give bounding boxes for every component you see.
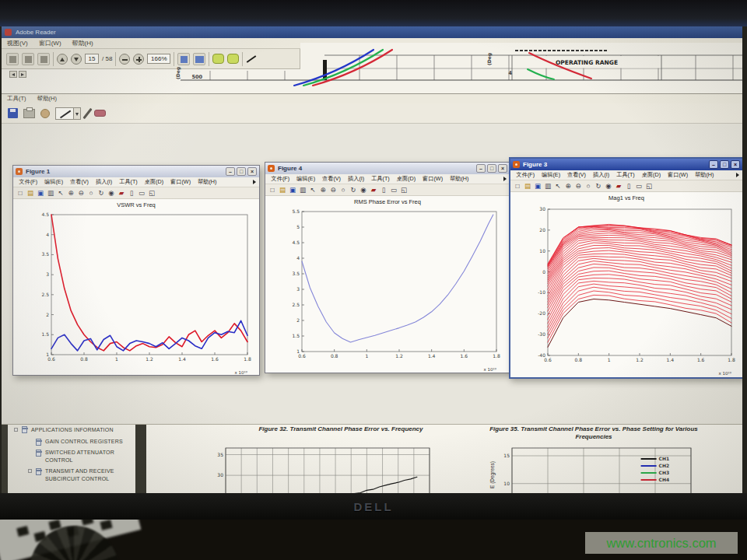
open-file-icon[interactable]: ▤	[279, 186, 286, 194]
brush-icon[interactable]: ▰	[615, 182, 622, 191]
cursor-icon[interactable]: ↖	[309, 186, 317, 194]
bookmark-item[interactable]: APPLICATIONS INFORMATION	[31, 426, 131, 434]
pan-icon[interactable]: ○	[339, 186, 347, 194]
figure-menu-item[interactable]: 桌面(D)	[638, 171, 664, 179]
print-preview-icon[interactable]	[23, 109, 35, 118]
data-cursor-icon[interactable]: ◉	[107, 189, 115, 198]
colorbar-icon[interactable]: ▯	[128, 189, 135, 198]
figure-menu-item[interactable]: 窗口(W)	[665, 171, 692, 179]
zoom-in-icon[interactable]	[133, 54, 144, 65]
data-cursor-icon[interactable]: ◉	[359, 186, 367, 194]
dock-icon[interactable]: ◱	[148, 189, 156, 198]
save-icon[interactable]	[8, 108, 18, 118]
legend-icon[interactable]: ▭	[390, 186, 398, 194]
fit-width-icon[interactable]	[193, 53, 205, 65]
page-up-icon[interactable]	[57, 54, 68, 65]
chevron-right-icon[interactable]	[736, 173, 739, 177]
colorbar-icon[interactable]: ▯	[625, 182, 633, 191]
save-icon[interactable]: ▣	[289, 186, 296, 194]
chevron-right-icon[interactable]	[253, 180, 256, 184]
figure1-window[interactable]: Figure 1 – □ × 文件(F)编辑(E)查看(V)插入(I)工具(T)…	[12, 165, 260, 376]
zoom-out-icon[interactable]: ⊖	[77, 189, 85, 198]
email-icon[interactable]	[37, 53, 50, 65]
sign-icon[interactable]	[247, 55, 257, 63]
zoom-in-icon[interactable]: ⊕	[67, 189, 75, 198]
expander-icon[interactable]	[28, 469, 32, 473]
figure-menu-item[interactable]: 工具(T)	[613, 171, 639, 179]
adobe-titlebar[interactable]: Adobe Reader	[2, 26, 742, 38]
figure-menu-item[interactable]: 桌面(D)	[393, 175, 419, 183]
figure-menu-item[interactable]: 窗口(W)	[167, 178, 195, 186]
figure1-titlebar[interactable]: Figure 1 – □ ×	[13, 166, 259, 177]
figure-menu-item[interactable]: 插入(I)	[93, 178, 116, 186]
bookmark-item[interactable]: GAIN CONTROL REGISTERS	[45, 438, 132, 446]
figure-menu-item[interactable]: 帮助(H)	[692, 171, 717, 179]
maximize-icon[interactable]: □	[237, 167, 246, 176]
brush-icon[interactable]: ▰	[370, 186, 377, 194]
rotate-3d-icon[interactable]: ↻	[349, 186, 357, 194]
figure3-titlebar[interactable]: Figure 3 – □ ×	[510, 159, 742, 170]
close-icon[interactable]: ×	[498, 164, 507, 173]
figure4-titlebar[interactable]: Figure 4 – □ ×	[265, 163, 510, 174]
pan-icon[interactable]: ○	[584, 182, 592, 191]
paint-menu-item[interactable]: 工具(T)	[2, 95, 32, 103]
figure-menu-item[interactable]: 文件(F)	[268, 175, 293, 183]
legend-icon[interactable]: ▭	[635, 182, 643, 191]
page-fit-icon[interactable]	[177, 53, 190, 65]
pencil-icon[interactable]	[82, 107, 92, 118]
cursor-icon[interactable]: ↖	[57, 189, 65, 198]
new-figure-icon[interactable]: □	[514, 182, 521, 191]
figure-menu-item[interactable]: 编辑(E)	[41, 178, 67, 186]
data-cursor-icon[interactable]: ◉	[605, 182, 612, 191]
figure-menu-item[interactable]: 查看(V)	[67, 178, 93, 186]
expander-icon[interactable]	[14, 428, 18, 432]
figure4-window[interactable]: Figure 4 – □ × 文件(F)编辑(E)查看(V)插入(I)工具(T)…	[265, 162, 510, 373]
figure-menu-item[interactable]: 工具(T)	[116, 178, 142, 186]
figure-menu-item[interactable]: 桌面(D)	[141, 178, 167, 186]
comment-icon[interactable]	[212, 54, 224, 64]
figure-menu-item[interactable]: 帮助(H)	[447, 175, 472, 183]
zoom-in-icon[interactable]: ⊕	[564, 182, 572, 191]
figure-menu-item[interactable]: 窗口(W)	[419, 175, 447, 183]
legend-icon[interactable]: ▭	[138, 189, 146, 198]
print-icon[interactable]	[22, 53, 34, 65]
eraser-icon[interactable]	[94, 110, 106, 117]
minimize-icon[interactable]: –	[476, 164, 486, 173]
figure-menu-item[interactable]: 插入(I)	[590, 171, 613, 179]
next-view-icon[interactable]	[19, 71, 26, 78]
bookmark-item[interactable]: TRANSMIT AND RECEIVE SUBCIRCUIT CONTROL	[45, 467, 126, 482]
pan-icon[interactable]: ○	[87, 189, 95, 198]
close-icon[interactable]: ×	[247, 167, 257, 176]
zoom-level-input[interactable]: 166%	[147, 54, 170, 64]
adobe-menu-item[interactable]: 窗口(W)	[33, 39, 67, 47]
figure-menu-item[interactable]: 文件(F)	[16, 178, 41, 186]
minimize-icon[interactable]: –	[709, 160, 718, 169]
figure-menu-item[interactable]: 插入(I)	[345, 175, 368, 183]
dock-icon[interactable]: ◱	[645, 182, 653, 191]
adobe-menu-item[interactable]: 帮助(H)	[67, 39, 99, 47]
print-icon[interactable]: ▥	[47, 189, 54, 198]
save-icon[interactable]: ▣	[37, 189, 44, 198]
highlight-icon[interactable]	[227, 54, 239, 64]
save-icon[interactable]: ▣	[534, 182, 542, 191]
minimize-icon[interactable]: –	[226, 167, 235, 176]
zoom-out-icon[interactable]: ⊖	[329, 186, 337, 194]
figure-menu-item[interactable]: 文件(F)	[513, 171, 538, 179]
figure-menu-item[interactable]: 查看(V)	[319, 175, 345, 183]
chevron-right-icon[interactable]	[503, 177, 507, 181]
page-number-input[interactable]: 15	[85, 54, 99, 64]
print-icon[interactable]: ▥	[544, 182, 552, 191]
open-file-icon[interactable]: ▤	[26, 189, 34, 198]
figure-menu-item[interactable]: 帮助(H)	[195, 178, 220, 186]
zoom-out-icon[interactable]: ⊖	[574, 182, 582, 191]
figure3-window[interactable]: Figure 3 – □ × 文件(F)编辑(E)查看(V)插入(I)工具(T)…	[509, 157, 742, 379]
bookmark-item[interactable]: SWITCHED ATTENUATOR CONTROL	[45, 449, 126, 464]
new-figure-icon[interactable]: □	[268, 186, 276, 194]
brush-icon[interactable]: ▰	[117, 189, 125, 198]
prev-view-icon[interactable]	[9, 71, 17, 78]
open-file-icon[interactable]: ▤	[524, 182, 531, 191]
maximize-icon[interactable]: □	[720, 160, 729, 169]
print-icon[interactable]: ▥	[299, 186, 307, 194]
line-tool-icon[interactable]	[55, 107, 74, 120]
zoom-out-icon[interactable]	[119, 54, 130, 65]
